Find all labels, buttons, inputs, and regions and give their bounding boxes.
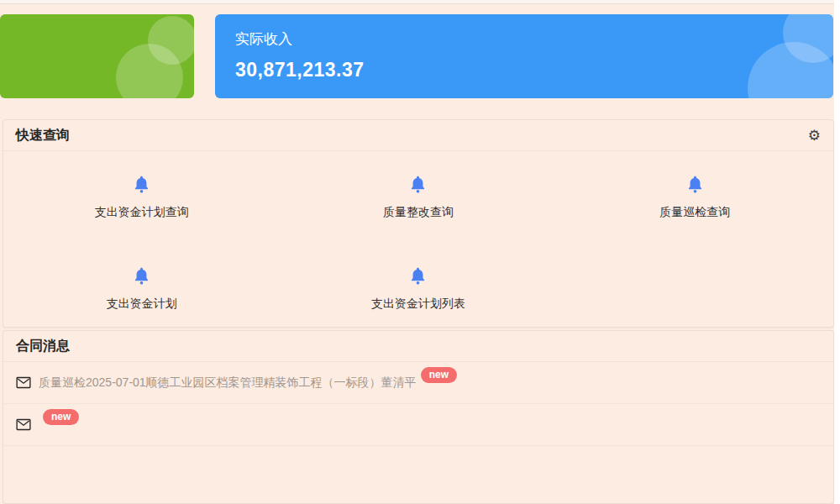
quick-link-label: 支出资金计划 — [107, 297, 177, 312]
bell-icon — [408, 175, 428, 194]
quick-link-label: 质量整改查询 — [383, 205, 454, 220]
contract-messages-card: 合同消息 质量巡检2025-07-01顺德工业园区档案管理精装饰工程（一标段）董… — [3, 330, 834, 504]
new-badge: new — [43, 409, 79, 425]
new-badge: new — [421, 367, 457, 383]
bell-icon — [685, 175, 705, 194]
bell-icon — [132, 266, 151, 286]
quick-link-item[interactable]: 支出资金计划列表 — [280, 266, 556, 312]
quick-query-title: 快速查询 — [16, 127, 70, 144]
quick-link-label: 支出资金计划列表 — [371, 297, 465, 312]
quick-query-header: 快速查询 ⚙ — [3, 120, 833, 151]
contract-messages-header: 合同消息 — [3, 331, 833, 362]
envelope-icon — [16, 376, 31, 389]
message-text: 质量巡检2025-07-01顺德工业园区档案管理精装饰工程（一标段）董清平 — [39, 375, 417, 391]
income-label: 实际收入 — [235, 29, 833, 49]
stat-card-green — [0, 14, 194, 98]
bell-icon — [408, 266, 428, 286]
message-row[interactable]: new — [3, 404, 833, 446]
contract-messages-title: 合同消息 — [16, 338, 70, 355]
settings-gear-icon[interactable]: ⚙ — [808, 129, 821, 143]
envelope-icon — [16, 418, 31, 431]
quick-query-card: 快速查询 ⚙ 支出资金计划查询 质量整改查询 — [3, 119, 834, 328]
quick-link-item[interactable]: 支出资金计划 — [3, 266, 280, 312]
quick-link-grid: 支出资金计划查询 质量整改查询 质量巡检查询 — [3, 151, 833, 358]
top-strip — [0, 0, 834, 4]
message-list: 质量巡检2025-07-01顺德工业园区档案管理精装饰工程（一标段）董清平 ne… — [3, 362, 833, 446]
quick-link-label: 支出资金计划查询 — [95, 205, 189, 220]
quick-link-item[interactable]: 质量巡检查询 — [557, 175, 833, 220]
scrollbar-gutter — [834, 0, 840, 504]
quick-link-item[interactable]: 质量整改查询 — [280, 175, 556, 220]
stat-card-actual-income: 实际收入 30,871,213.37 — [215, 14, 833, 98]
bell-icon — [132, 175, 151, 194]
message-row[interactable]: 质量巡检2025-07-01顺德工业园区档案管理精装饰工程（一标段）董清平 ne… — [3, 362, 833, 404]
quick-link-item[interactable]: 支出资金计划查询 — [3, 175, 280, 220]
dashboard: 实际收入 30,871,213.37 快速查询 ⚙ 支出资金计划查询 — [0, 0, 840, 504]
income-value: 30,871,213.37 — [235, 59, 833, 81]
quick-link-label: 质量巡检查询 — [659, 205, 730, 220]
